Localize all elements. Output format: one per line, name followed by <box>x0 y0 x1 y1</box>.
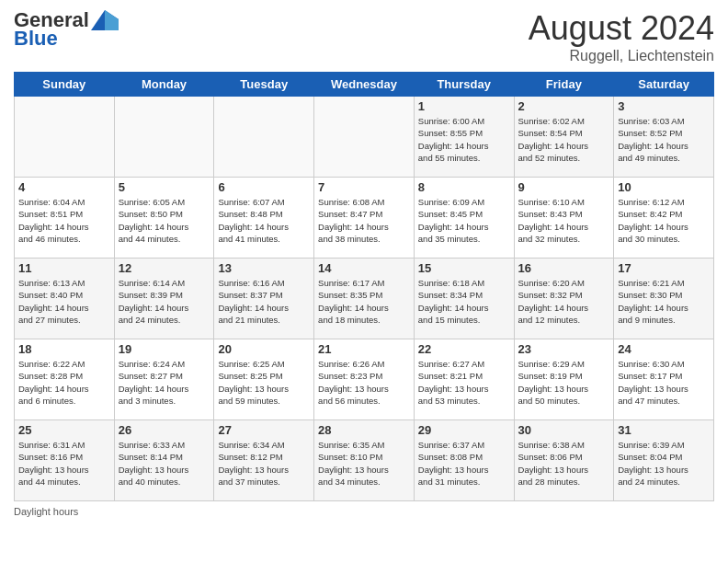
day-info: Sunrise: 6:14 AM Sunset: 8:39 PM Dayligh… <box>119 277 210 326</box>
calendar-week-row: 18Sunrise: 6:22 AM Sunset: 8:28 PM Dayli… <box>15 339 714 420</box>
calendar-week-row: 11Sunrise: 6:13 AM Sunset: 8:40 PM Dayli… <box>15 259 714 339</box>
day-info: Sunrise: 6:38 AM Sunset: 8:06 PM Dayligh… <box>518 439 610 488</box>
calendar-cell <box>15 97 115 178</box>
day-number: 12 <box>119 261 210 275</box>
calendar-cell: 29Sunrise: 6:37 AM Sunset: 8:08 PM Dayli… <box>414 420 514 501</box>
calendar-cell: 18Sunrise: 6:22 AM Sunset: 8:28 PM Dayli… <box>15 339 115 420</box>
day-number: 23 <box>518 342 610 356</box>
day-number: 3 <box>618 99 710 113</box>
calendar-cell: 25Sunrise: 6:31 AM Sunset: 8:16 PM Dayli… <box>15 420 115 501</box>
calendar-cell: 19Sunrise: 6:24 AM Sunset: 8:27 PM Dayli… <box>114 339 214 420</box>
day-number: 14 <box>318 261 410 275</box>
calendar-cell: 24Sunrise: 6:30 AM Sunset: 8:17 PM Dayli… <box>614 339 714 420</box>
day-info: Sunrise: 6:18 AM Sunset: 8:34 PM Dayligh… <box>418 277 510 326</box>
day-info: Sunrise: 6:02 AM Sunset: 8:54 PM Dayligh… <box>518 115 610 164</box>
day-number: 18 <box>18 342 110 356</box>
calendar-cell: 30Sunrise: 6:38 AM Sunset: 8:06 PM Dayli… <box>514 420 614 501</box>
header-row: SundayMondayTuesdayWednesdayThursdayFrid… <box>15 73 714 97</box>
daylight-label: Daylight hours <box>14 506 78 517</box>
day-number: 26 <box>119 423 210 437</box>
day-info: Sunrise: 6:17 AM Sunset: 8:35 PM Dayligh… <box>318 277 410 326</box>
day-number: 1 <box>418 99 510 113</box>
day-number: 27 <box>218 423 310 437</box>
title-block: August 2024 Ruggell, Liechtenstein <box>529 9 714 64</box>
header-day: Friday <box>514 73 614 97</box>
calendar-table: SundayMondayTuesdayWednesdayThursdayFrid… <box>14 72 714 501</box>
header-day: Saturday <box>614 73 714 97</box>
calendar-cell: 28Sunrise: 6:35 AM Sunset: 8:10 PM Dayli… <box>314 420 415 501</box>
day-info: Sunrise: 6:09 AM Sunset: 8:45 PM Dayligh… <box>418 196 510 245</box>
calendar-week-row: 4Sunrise: 6:04 AM Sunset: 8:51 PM Daylig… <box>15 178 714 259</box>
day-number: 16 <box>518 261 610 275</box>
calendar-cell <box>214 97 314 178</box>
day-info: Sunrise: 6:05 AM Sunset: 8:50 PM Dayligh… <box>119 196 210 245</box>
calendar-cell: 13Sunrise: 6:16 AM Sunset: 8:37 PM Dayli… <box>214 259 314 339</box>
day-number: 30 <box>518 423 610 437</box>
calendar-cell: 6Sunrise: 6:07 AM Sunset: 8:48 PM Daylig… <box>214 178 314 259</box>
calendar-cell: 2Sunrise: 6:02 AM Sunset: 8:54 PM Daylig… <box>514 97 614 178</box>
day-number: 31 <box>618 423 710 437</box>
day-number: 8 <box>418 180 510 194</box>
calendar-cell: 17Sunrise: 6:21 AM Sunset: 8:30 PM Dayli… <box>614 259 714 339</box>
day-number: 4 <box>18 180 110 194</box>
day-info: Sunrise: 6:25 AM Sunset: 8:25 PM Dayligh… <box>218 358 310 407</box>
logo: General Blue <box>14 9 119 50</box>
day-number: 5 <box>119 180 210 194</box>
day-number: 21 <box>318 342 410 356</box>
day-number: 11 <box>18 261 110 275</box>
calendar-cell: 10Sunrise: 6:12 AM Sunset: 8:42 PM Dayli… <box>614 178 714 259</box>
day-number: 6 <box>218 180 310 194</box>
calendar-cell: 9Sunrise: 6:10 AM Sunset: 8:43 PM Daylig… <box>514 178 614 259</box>
day-info: Sunrise: 6:10 AM Sunset: 8:43 PM Dayligh… <box>518 196 610 245</box>
calendar-cell: 21Sunrise: 6:26 AM Sunset: 8:23 PM Dayli… <box>314 339 415 420</box>
calendar-cell: 8Sunrise: 6:09 AM Sunset: 8:45 PM Daylig… <box>414 178 514 259</box>
day-info: Sunrise: 6:39 AM Sunset: 8:04 PM Dayligh… <box>618 439 710 488</box>
day-number: 19 <box>119 342 210 356</box>
day-info: Sunrise: 6:21 AM Sunset: 8:30 PM Dayligh… <box>618 277 710 326</box>
calendar-cell: 12Sunrise: 6:14 AM Sunset: 8:39 PM Dayli… <box>114 259 214 339</box>
calendar-cell: 26Sunrise: 6:33 AM Sunset: 8:14 PM Dayli… <box>114 420 214 501</box>
day-number: 9 <box>518 180 610 194</box>
calendar-cell: 3Sunrise: 6:03 AM Sunset: 8:52 PM Daylig… <box>614 97 714 178</box>
header-day: Monday <box>114 73 214 97</box>
day-number: 25 <box>18 423 110 437</box>
day-info: Sunrise: 6:07 AM Sunset: 8:48 PM Dayligh… <box>218 196 310 245</box>
calendar-cell: 7Sunrise: 6:08 AM Sunset: 8:47 PM Daylig… <box>314 178 415 259</box>
day-info: Sunrise: 6:33 AM Sunset: 8:14 PM Dayligh… <box>119 439 210 488</box>
day-info: Sunrise: 6:30 AM Sunset: 8:17 PM Dayligh… <box>618 358 710 407</box>
logo-icon <box>91 10 119 30</box>
day-number: 28 <box>318 423 410 437</box>
calendar-cell: 20Sunrise: 6:25 AM Sunset: 8:25 PM Dayli… <box>214 339 314 420</box>
day-number: 20 <box>218 342 310 356</box>
svg-marker-1 <box>105 10 119 30</box>
day-info: Sunrise: 6:35 AM Sunset: 8:10 PM Dayligh… <box>318 439 410 488</box>
day-number: 24 <box>618 342 710 356</box>
day-info: Sunrise: 6:08 AM Sunset: 8:47 PM Dayligh… <box>318 196 410 245</box>
day-number: 29 <box>418 423 510 437</box>
calendar-cell: 23Sunrise: 6:29 AM Sunset: 8:19 PM Dayli… <box>514 339 614 420</box>
header-day: Thursday <box>414 73 514 97</box>
header-day: Wednesday <box>314 73 415 97</box>
calendar-week-row: 1Sunrise: 6:00 AM Sunset: 8:55 PM Daylig… <box>15 97 714 178</box>
calendar-cell: 15Sunrise: 6:18 AM Sunset: 8:34 PM Dayli… <box>414 259 514 339</box>
calendar-cell: 11Sunrise: 6:13 AM Sunset: 8:40 PM Dayli… <box>15 259 115 339</box>
day-number: 22 <box>418 342 510 356</box>
day-info: Sunrise: 6:27 AM Sunset: 8:21 PM Dayligh… <box>418 358 510 407</box>
day-info: Sunrise: 6:24 AM Sunset: 8:27 PM Dayligh… <box>119 358 210 407</box>
calendar-cell: 16Sunrise: 6:20 AM Sunset: 8:32 PM Dayli… <box>514 259 614 339</box>
day-number: 13 <box>218 261 310 275</box>
day-info: Sunrise: 6:12 AM Sunset: 8:42 PM Dayligh… <box>618 196 710 245</box>
page-header: General Blue August 2024 Ruggell, Liecht… <box>14 9 714 64</box>
calendar-week-row: 25Sunrise: 6:31 AM Sunset: 8:16 PM Dayli… <box>15 420 714 501</box>
calendar-cell: 1Sunrise: 6:00 AM Sunset: 8:55 PM Daylig… <box>414 97 514 178</box>
day-info: Sunrise: 6:31 AM Sunset: 8:16 PM Dayligh… <box>18 439 110 488</box>
day-number: 7 <box>318 180 410 194</box>
day-number: 2 <box>518 99 610 113</box>
subtitle: Ruggell, Liechtenstein <box>529 48 714 64</box>
calendar-cell: 22Sunrise: 6:27 AM Sunset: 8:21 PM Dayli… <box>414 339 514 420</box>
calendar-cell: 4Sunrise: 6:04 AM Sunset: 8:51 PM Daylig… <box>15 178 115 259</box>
day-info: Sunrise: 6:13 AM Sunset: 8:40 PM Dayligh… <box>18 277 110 326</box>
calendar-cell: 14Sunrise: 6:17 AM Sunset: 8:35 PM Dayli… <box>314 259 415 339</box>
day-number: 10 <box>618 180 710 194</box>
month-title: August 2024 <box>529 9 714 48</box>
